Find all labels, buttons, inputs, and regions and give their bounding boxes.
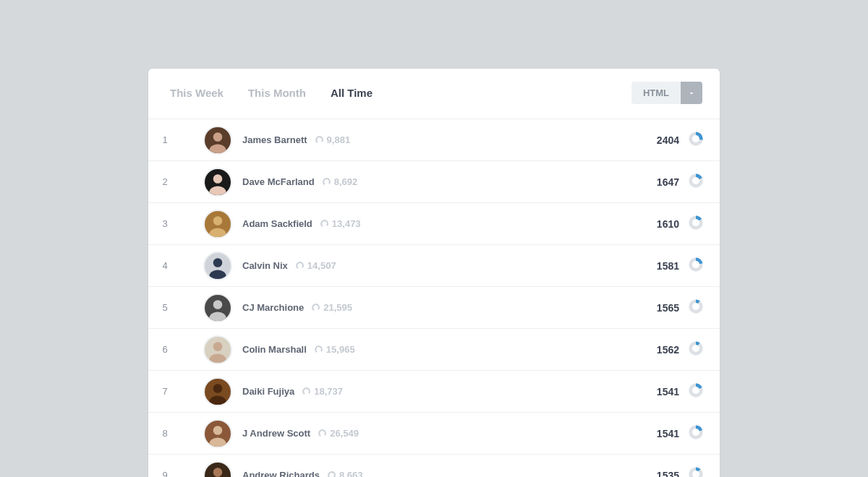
avatar[interactable] <box>203 210 232 239</box>
user-name[interactable]: James Barnett <box>242 134 307 145</box>
user-name[interactable]: Adam Sackfield <box>242 218 312 229</box>
progress-donut-icon <box>688 173 704 191</box>
tab-this-week[interactable]: This Week <box>170 87 224 99</box>
user-name[interactable]: Calvin Nix <box>242 260 288 271</box>
rank-number: 3 <box>148 218 182 229</box>
progress-donut-icon <box>688 131 704 149</box>
points-icon <box>302 387 311 396</box>
leaderboard-row[interactable]: 6 Colin Marshall 15,965 1562 <box>148 329 720 371</box>
rank-number: 1 <box>148 134 182 145</box>
topic-score: 1541 <box>657 428 679 439</box>
rank-number: 4 <box>148 260 182 271</box>
svg-point-13 <box>213 216 223 225</box>
points-value: 18,737 <box>314 386 343 397</box>
svg-point-31 <box>213 342 223 351</box>
svg-point-45 <box>318 429 327 437</box>
points-value: 26,549 <box>330 428 359 439</box>
progress-donut-icon <box>688 257 704 275</box>
chevron-down-icon <box>687 89 696 98</box>
leaderboard-list: 1 James Barnett 9,881 2404 2 Dave McFarl… <box>148 119 720 477</box>
svg-point-37 <box>213 384 223 393</box>
user-name[interactable]: Dave McFarland <box>242 176 315 187</box>
points-icon <box>311 303 320 312</box>
svg-point-3 <box>315 135 323 144</box>
topic-score: 1535 <box>657 470 679 478</box>
leaderboard-card: This Week This Month All Time HTML 1 Jam… <box>148 69 720 477</box>
user-name[interactable]: Andrew Richards <box>242 470 320 477</box>
svg-point-19 <box>213 258 223 267</box>
avatar[interactable] <box>203 335 232 364</box>
user-name[interactable]: J Andrew Scott <box>242 428 310 439</box>
rank-number: 2 <box>148 176 182 187</box>
progress-donut-icon <box>688 215 704 233</box>
topic-score: 2404 <box>657 134 679 146</box>
user-points: 13,473 <box>320 218 361 229</box>
points-value: 14,507 <box>307 260 336 271</box>
points-icon <box>295 261 305 270</box>
svg-point-1 <box>213 132 223 142</box>
avatar[interactable] <box>203 461 232 478</box>
leaderboard-row[interactable]: 8 J Andrew Scott 26,549 1541 <box>148 413 720 455</box>
avatar[interactable] <box>203 168 232 197</box>
points-icon <box>327 470 336 477</box>
svg-point-43 <box>213 426 223 435</box>
user-name[interactable]: Colin Marshall <box>242 344 307 355</box>
leaderboard-row[interactable]: 5 CJ Marchione 21,595 1565 <box>148 287 720 329</box>
svg-point-7 <box>213 174 223 184</box>
avatar[interactable] <box>203 252 232 280</box>
rank-number: 8 <box>148 428 182 439</box>
user-points: 8,692 <box>322 176 358 187</box>
user-points: 18,737 <box>302 386 343 397</box>
rank-number: 5 <box>148 302 182 313</box>
user-points: 26,549 <box>318 428 359 439</box>
leaderboard-row[interactable]: 3 Adam Sackfield 13,473 1610 <box>148 203 720 245</box>
progress-donut-icon <box>688 340 704 358</box>
points-icon <box>314 345 323 354</box>
avatar[interactable] <box>203 126 232 155</box>
points-value: 9,881 <box>327 134 351 145</box>
points-value: 8,692 <box>334 176 358 187</box>
svg-point-49 <box>213 468 223 477</box>
rank-number: 7 <box>148 386 182 397</box>
topic-filter-toggle[interactable] <box>681 82 702 104</box>
svg-point-27 <box>312 303 320 311</box>
progress-donut-icon <box>688 424 704 442</box>
points-icon <box>315 135 324 145</box>
avatar[interactable] <box>203 293 232 322</box>
user-name[interactable]: CJ Marchione <box>242 302 304 313</box>
points-value: 21,595 <box>323 302 352 313</box>
user-name[interactable]: Daiki Fujiya <box>242 386 294 397</box>
topic-score: 1647 <box>657 176 679 188</box>
svg-point-39 <box>302 387 311 395</box>
leaderboard-row[interactable]: 4 Calvin Nix 14,507 1581 <box>148 245 720 287</box>
leaderboard-row[interactable]: 7 Daiki Fujiya 18,737 1541 <box>148 371 720 413</box>
progress-donut-icon <box>688 298 704 317</box>
svg-point-34 <box>691 343 702 354</box>
topic-filter[interactable]: HTML <box>631 82 702 104</box>
user-points: 15,965 <box>314 344 355 355</box>
svg-point-9 <box>322 177 331 186</box>
svg-point-21 <box>295 261 304 270</box>
topic-score: 1541 <box>657 386 679 398</box>
progress-donut-icon <box>688 382 704 400</box>
svg-point-25 <box>213 300 223 309</box>
topic-score: 1565 <box>657 302 679 314</box>
tab-all-time[interactable]: All Time <box>331 87 373 99</box>
leaderboard-row[interactable]: 1 James Barnett 9,881 2404 <box>148 119 720 161</box>
user-points: 14,507 <box>295 260 336 271</box>
avatar[interactable] <box>203 419 232 448</box>
points-icon <box>318 429 327 438</box>
user-points: 8,663 <box>327 470 363 477</box>
svg-point-15 <box>320 219 328 228</box>
svg-point-33 <box>314 345 323 353</box>
avatar[interactable] <box>203 377 232 406</box>
leaderboard-row[interactable]: 2 Dave McFarland 8,692 1647 <box>148 161 720 203</box>
topic-score: 1581 <box>657 260 679 272</box>
points-value: 15,965 <box>326 344 355 355</box>
rank-number: 9 <box>148 470 182 477</box>
svg-point-51 <box>327 470 336 477</box>
leaderboard-row[interactable]: 9 Andrew Richards 8,663 1535 <box>148 455 720 477</box>
points-value: 13,473 <box>332 218 361 229</box>
tab-this-month[interactable]: This Month <box>248 87 306 99</box>
points-value: 8,663 <box>339 470 363 477</box>
